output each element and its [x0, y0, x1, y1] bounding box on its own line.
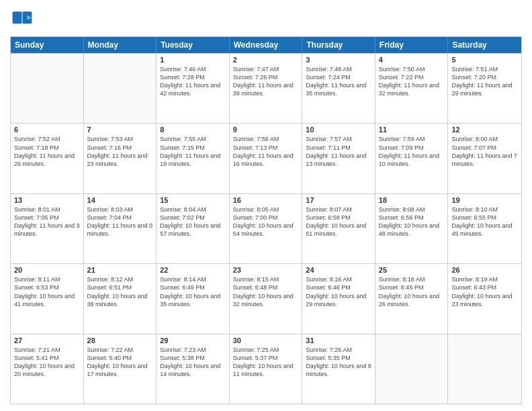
day-info: Sunrise: 7:48 AM Sunset: 7:24 PM Dayligh…: [306, 65, 371, 98]
day-info: Sunrise: 8:00 AM Sunset: 7:07 PM Dayligh…: [451, 135, 518, 168]
cal-cell-8: 8Sunrise: 7:55 AM Sunset: 7:15 PM Daylig…: [157, 124, 230, 193]
day-number: 6: [14, 126, 80, 134]
day-number: 10: [306, 126, 371, 134]
header-cell-tuesday: Tuesday: [157, 37, 230, 53]
day-info: Sunrise: 7:52 AM Sunset: 7:18 PM Dayligh…: [14, 135, 80, 168]
day-info: Sunrise: 7:25 AM Sunset: 5:37 PM Dayligh…: [233, 346, 299, 379]
day-number: 4: [379, 56, 445, 64]
day-number: 5: [451, 56, 518, 64]
day-info: Sunrise: 7:55 AM Sunset: 7:15 PM Dayligh…: [160, 135, 226, 168]
cal-cell-empty-4-6: [448, 334, 521, 404]
cal-cell-13: 13Sunrise: 8:01 AM Sunset: 7:05 PM Dayli…: [11, 194, 84, 263]
day-number: 24: [306, 266, 371, 274]
day-number: 12: [451, 126, 518, 134]
day-info: Sunrise: 8:03 AM Sunset: 7:04 PM Dayligh…: [87, 205, 153, 238]
header-cell-friday: Friday: [375, 37, 449, 53]
cal-cell-7: 7Sunrise: 7:53 AM Sunset: 7:16 PM Daylig…: [84, 124, 157, 193]
day-info: Sunrise: 8:04 AM Sunset: 7:02 PM Dayligh…: [160, 205, 226, 238]
cal-cell-empty-0-1: [84, 54, 157, 123]
day-number: 13: [14, 196, 80, 204]
cal-cell-21: 21Sunrise: 8:12 AM Sunset: 6:51 PM Dayli…: [84, 264, 157, 333]
day-info: Sunrise: 7:53 AM Sunset: 7:16 PM Dayligh…: [87, 135, 153, 168]
cal-cell-28: 28Sunrise: 7:22 AM Sunset: 5:40 PM Dayli…: [84, 334, 157, 404]
cal-cell-12: 12Sunrise: 8:00 AM Sunset: 7:07 PM Dayli…: [448, 124, 521, 193]
day-number: 30: [233, 336, 299, 345]
day-number: 17: [306, 196, 371, 204]
cal-cell-19: 19Sunrise: 8:10 AM Sunset: 6:55 PM Dayli…: [448, 194, 521, 263]
week-row-3: 20Sunrise: 8:11 AM Sunset: 6:53 PM Dayli…: [11, 263, 521, 333]
day-number: 14: [87, 196, 153, 204]
header-cell-saturday: Saturday: [448, 37, 521, 53]
day-number: 16: [233, 196, 299, 204]
day-info: Sunrise: 7:51 AM Sunset: 7:20 PM Dayligh…: [451, 65, 518, 98]
week-row-4: 27Sunrise: 7:21 AM Sunset: 5:41 PM Dayli…: [11, 334, 521, 404]
cal-cell-22: 22Sunrise: 8:14 AM Sunset: 6:49 PM Dayli…: [157, 264, 230, 333]
day-number: 20: [14, 266, 80, 274]
cal-cell-3: 3Sunrise: 7:48 AM Sunset: 7:24 PM Daylig…: [302, 54, 375, 123]
day-number: 27: [14, 336, 80, 345]
day-info: Sunrise: 8:19 AM Sunset: 6:43 PM Dayligh…: [451, 275, 518, 308]
day-info: Sunrise: 8:14 AM Sunset: 6:49 PM Dayligh…: [160, 275, 226, 308]
cal-cell-29: 29Sunrise: 7:23 AM Sunset: 5:38 PM Dayli…: [157, 334, 230, 404]
cal-cell-24: 24Sunrise: 8:16 AM Sunset: 6:46 PM Dayli…: [302, 264, 375, 333]
day-info: Sunrise: 8:10 AM Sunset: 6:55 PM Dayligh…: [451, 205, 518, 238]
cal-cell-6: 6Sunrise: 7:52 AM Sunset: 7:18 PM Daylig…: [11, 124, 84, 193]
week-row-2: 13Sunrise: 8:01 AM Sunset: 7:05 PM Dayli…: [11, 193, 521, 263]
svg-rect-0: [13, 11, 22, 24]
day-number: 25: [379, 266, 445, 274]
day-info: Sunrise: 8:16 AM Sunset: 6:46 PM Dayligh…: [306, 275, 371, 308]
day-info: Sunrise: 8:12 AM Sunset: 6:51 PM Dayligh…: [87, 275, 153, 308]
cal-cell-31: 31Sunrise: 7:26 AM Sunset: 5:35 PM Dayli…: [302, 334, 375, 404]
header-cell-thursday: Thursday: [302, 37, 375, 53]
day-info: Sunrise: 8:01 AM Sunset: 7:05 PM Dayligh…: [14, 205, 80, 238]
cal-cell-14: 14Sunrise: 8:03 AM Sunset: 7:04 PM Dayli…: [84, 194, 157, 263]
cal-cell-23: 23Sunrise: 8:15 AM Sunset: 6:48 PM Dayli…: [230, 264, 303, 333]
calendar-body: 1Sunrise: 7:46 AM Sunset: 7:28 PM Daylig…: [11, 53, 521, 404]
logo: [10, 7, 37, 31]
day-info: Sunrise: 8:18 AM Sunset: 6:45 PM Dayligh…: [379, 275, 445, 308]
day-number: 22: [160, 266, 226, 274]
cal-cell-empty-4-5: [375, 334, 449, 404]
cal-cell-15: 15Sunrise: 8:04 AM Sunset: 7:02 PM Dayli…: [157, 194, 230, 263]
day-number: 23: [233, 266, 299, 274]
day-info: Sunrise: 7:56 AM Sunset: 7:13 PM Dayligh…: [233, 135, 299, 168]
cal-cell-20: 20Sunrise: 8:11 AM Sunset: 6:53 PM Dayli…: [11, 264, 84, 333]
day-info: Sunrise: 7:57 AM Sunset: 7:11 PM Dayligh…: [306, 135, 371, 168]
day-number: 2: [233, 56, 299, 64]
day-number: 29: [160, 336, 226, 345]
cal-cell-27: 27Sunrise: 7:21 AM Sunset: 5:41 PM Dayli…: [11, 334, 84, 404]
logo-icon: [10, 7, 34, 31]
day-number: 7: [87, 126, 153, 134]
day-info: Sunrise: 7:26 AM Sunset: 5:35 PM Dayligh…: [306, 346, 371, 379]
cal-cell-4: 4Sunrise: 7:50 AM Sunset: 7:22 PM Daylig…: [375, 54, 449, 123]
calendar: SundayMondayTuesdayWednesdayThursdayFrid…: [10, 36, 522, 404]
day-info: Sunrise: 8:11 AM Sunset: 6:53 PM Dayligh…: [14, 275, 80, 308]
day-number: 28: [87, 336, 153, 345]
day-info: Sunrise: 8:07 AM Sunset: 6:58 PM Dayligh…: [306, 205, 371, 238]
cal-cell-empty-0-0: [11, 54, 84, 123]
day-info: Sunrise: 8:15 AM Sunset: 6:48 PM Dayligh…: [233, 275, 299, 308]
header: [10, 7, 522, 31]
cal-cell-1: 1Sunrise: 7:46 AM Sunset: 7:28 PM Daylig…: [157, 54, 230, 123]
cal-cell-11: 11Sunrise: 7:59 AM Sunset: 7:09 PM Dayli…: [375, 124, 449, 193]
day-info: Sunrise: 7:22 AM Sunset: 5:40 PM Dayligh…: [87, 346, 153, 379]
page: SundayMondayTuesdayWednesdayThursdayFrid…: [0, 0, 532, 411]
day-info: Sunrise: 7:23 AM Sunset: 5:38 PM Dayligh…: [160, 346, 226, 379]
cal-cell-30: 30Sunrise: 7:25 AM Sunset: 5:37 PM Dayli…: [230, 334, 303, 404]
header-cell-monday: Monday: [84, 37, 157, 53]
day-number: 9: [233, 126, 299, 134]
day-number: 18: [379, 196, 445, 204]
cal-cell-25: 25Sunrise: 8:18 AM Sunset: 6:45 PM Dayli…: [375, 264, 449, 333]
day-number: 15: [160, 196, 226, 204]
day-number: 11: [379, 126, 445, 134]
day-number: 21: [87, 266, 153, 274]
day-info: Sunrise: 7:50 AM Sunset: 7:22 PM Dayligh…: [379, 65, 445, 98]
day-number: 19: [451, 196, 518, 204]
cal-cell-9: 9Sunrise: 7:56 AM Sunset: 7:13 PM Daylig…: [230, 124, 303, 193]
day-number: 31: [306, 336, 371, 345]
week-row-1: 6Sunrise: 7:52 AM Sunset: 7:18 PM Daylig…: [11, 123, 521, 193]
calendar-header: SundayMondayTuesdayWednesdayThursdayFrid…: [11, 37, 521, 53]
day-info: Sunrise: 7:21 AM Sunset: 5:41 PM Dayligh…: [14, 346, 80, 379]
day-info: Sunrise: 8:08 AM Sunset: 6:56 PM Dayligh…: [379, 205, 445, 238]
day-number: 26: [451, 266, 518, 274]
